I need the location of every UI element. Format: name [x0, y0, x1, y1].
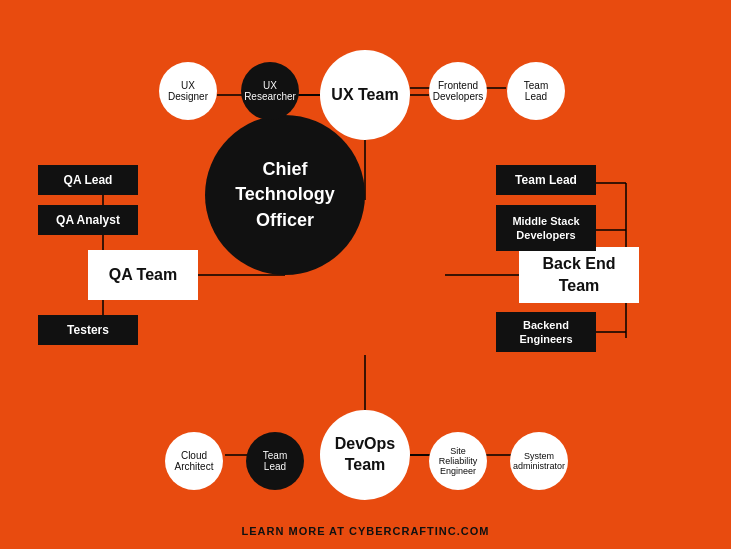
diagram: Chief Technology Officer UX Team QA Team…: [0, 0, 731, 549]
sys-admin-circle: System administrator: [510, 432, 568, 490]
devops-team-lead-label: Team Lead: [263, 450, 287, 472]
testers-box: Testers: [38, 315, 138, 345]
backend-team-box: Back End Team: [519, 247, 639, 303]
qa-lead-label: QA Lead: [64, 173, 113, 187]
middle-stack-box: Middle Stack Developers: [496, 205, 596, 251]
devops-team-lead-circle: Team Lead: [246, 432, 304, 490]
ux-researcher-circle: UX Researcher: [241, 62, 299, 120]
ux-designer-label: UX Designer: [168, 80, 208, 102]
testers-label: Testers: [67, 323, 109, 337]
footer: LEARN MORE AT CYBERCRAFTINC.COM: [0, 525, 731, 537]
qa-analyst-label: QA Analyst: [56, 213, 120, 227]
frontend-devs-label: Frontend Developers: [433, 80, 484, 102]
middle-stack-label: Middle Stack Developers: [512, 214, 579, 243]
devops-team-label: DevOps Team: [335, 434, 395, 476]
ux-team-circle: UX Team: [320, 50, 410, 140]
qa-analyst-box: QA Analyst: [38, 205, 138, 235]
ux-researcher-label: UX Researcher: [244, 80, 296, 102]
ux-team-lead-label: Team Lead: [524, 80, 548, 102]
footer-label: LEARN MORE AT CYBERCRAFTINC.COM: [242, 525, 490, 537]
backend-engineers-label: Backend Engineers: [519, 318, 572, 347]
backend-team-label: Back End Team: [543, 253, 616, 298]
cloud-architect-label: Cloud Architect: [175, 450, 214, 472]
site-reliability-circle: Site Reliability Engineer: [429, 432, 487, 490]
be-team-lead-box: Team Lead: [496, 165, 596, 195]
sys-admin-label: System administrator: [513, 451, 565, 471]
qa-team-label: QA Team: [109, 266, 177, 284]
site-reliability-label: Site Reliability Engineer: [439, 446, 478, 476]
be-team-lead-label: Team Lead: [515, 173, 577, 187]
ux-designer-circle: UX Designer: [159, 62, 217, 120]
center-circle: Chief Technology Officer: [205, 115, 365, 275]
backend-engineers-box: Backend Engineers: [496, 312, 596, 352]
devops-team-circle: DevOps Team: [320, 410, 410, 500]
qa-lead-box: QA Lead: [38, 165, 138, 195]
ux-team-label: UX Team: [331, 86, 398, 104]
frontend-devs-circle: Frontend Developers: [429, 62, 487, 120]
center-label: Chief Technology Officer: [235, 157, 335, 233]
cloud-architect-circle: Cloud Architect: [165, 432, 223, 490]
ux-team-lead-circle: Team Lead: [507, 62, 565, 120]
qa-team-box: QA Team: [88, 250, 198, 300]
